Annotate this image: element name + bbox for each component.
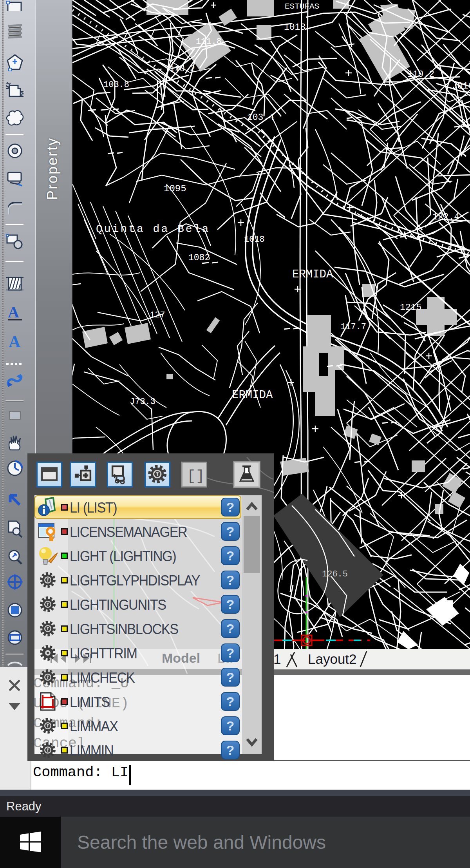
- svg-text:1215: 1215: [400, 303, 421, 313]
- svg-text:A: A: [9, 333, 21, 351]
- svg-text:ESTUFAS: ESTUFAS: [285, 2, 319, 11]
- svg-text:117.7: 117.7: [340, 322, 366, 332]
- svg-text:1018: 1018: [244, 235, 265, 245]
- svg-text:ERMIDA: ERMIDA: [292, 268, 333, 281]
- svg-text:[]: []: [187, 468, 204, 484]
- svg-text:126.5: 126.5: [322, 569, 348, 579]
- svg-text:122.4: 122.4: [432, 212, 459, 222]
- svg-text:ERMIDA: ERMIDA: [232, 389, 273, 402]
- svg-text:A: A: [8, 303, 19, 321]
- svg-text:110.2: 110.2: [169, 64, 195, 74]
- svg-text:127: 127: [150, 310, 165, 320]
- svg-text:111.8: 111.8: [196, 37, 222, 47]
- svg-text:103.8: 103.8: [103, 80, 129, 90]
- svg-text:1013: 1013: [284, 22, 306, 33]
- svg-text:119.2: 119.2: [407, 69, 434, 80]
- svg-text:1082: 1082: [188, 253, 210, 263]
- svg-text:103.4: 103.4: [247, 112, 274, 123]
- svg-text:J73.3: J73.3: [130, 397, 155, 407]
- svg-text:1095: 1095: [164, 183, 186, 194]
- svg-text:J816: J816: [452, 81, 470, 91]
- svg-text:Quinta da Bela: Quinta da Bela: [96, 223, 210, 235]
